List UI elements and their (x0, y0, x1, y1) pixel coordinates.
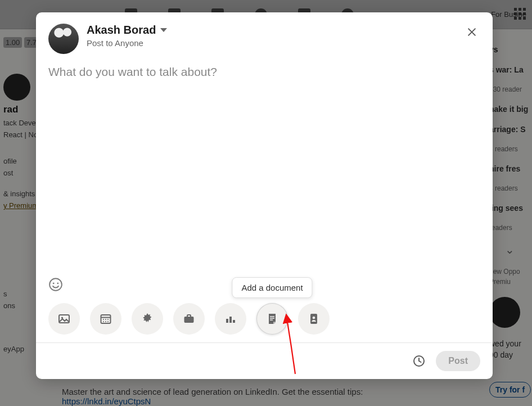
svg-point-10 (105, 321, 106, 322)
create-post-modal: Akash Borad Post to Anyone (36, 12, 493, 379)
post-toolbar: Add a document (36, 301, 493, 342)
bar-chart-icon (224, 312, 237, 326)
document-icon (265, 312, 279, 326)
close-button[interactable] (463, 24, 480, 40)
post-editor[interactable] (48, 65, 480, 277)
add-job-button[interactable] (173, 303, 205, 335)
post-button[interactable]: Post (436, 351, 480, 371)
add-event-button[interactable] (90, 303, 121, 335)
svg-point-7 (105, 319, 106, 320)
briefcase-icon (182, 312, 196, 326)
svg-rect-3 (59, 315, 69, 323)
svg-rect-15 (233, 320, 235, 323)
calendar-icon (99, 312, 112, 326)
emoji-button[interactable] (48, 277, 63, 292)
image-icon (57, 312, 71, 326)
schedule-button[interactable] (412, 354, 426, 368)
author-avatar-icon (48, 24, 79, 54)
svg-point-0 (49, 278, 62, 291)
add-document-tooltip: Add a document (232, 277, 312, 298)
add-document-button[interactable]: Add a document (256, 303, 288, 335)
caret-down-icon (160, 28, 167, 32)
svg-rect-12 (184, 317, 194, 323)
create-poll-button[interactable] (215, 303, 246, 335)
find-expert-button[interactable] (298, 303, 330, 335)
svg-rect-14 (229, 317, 232, 323)
post-visibility: Post to Anyone (87, 38, 167, 48)
svg-point-17 (313, 317, 315, 319)
svg-point-6 (103, 319, 104, 320)
author-selector[interactable]: Akash Borad (87, 24, 167, 37)
svg-point-1 (53, 282, 55, 284)
celebrate-button[interactable] (132, 303, 163, 335)
add-photo-button[interactable] (48, 303, 80, 335)
svg-point-9 (103, 321, 104, 322)
close-icon (466, 26, 478, 38)
svg-point-2 (57, 282, 58, 284)
author-name: Akash Borad (87, 24, 156, 37)
svg-point-11 (107, 321, 109, 322)
starburst-icon (141, 312, 154, 326)
svg-rect-13 (226, 319, 228, 323)
badge-person-icon (307, 312, 321, 326)
svg-point-8 (107, 319, 109, 320)
